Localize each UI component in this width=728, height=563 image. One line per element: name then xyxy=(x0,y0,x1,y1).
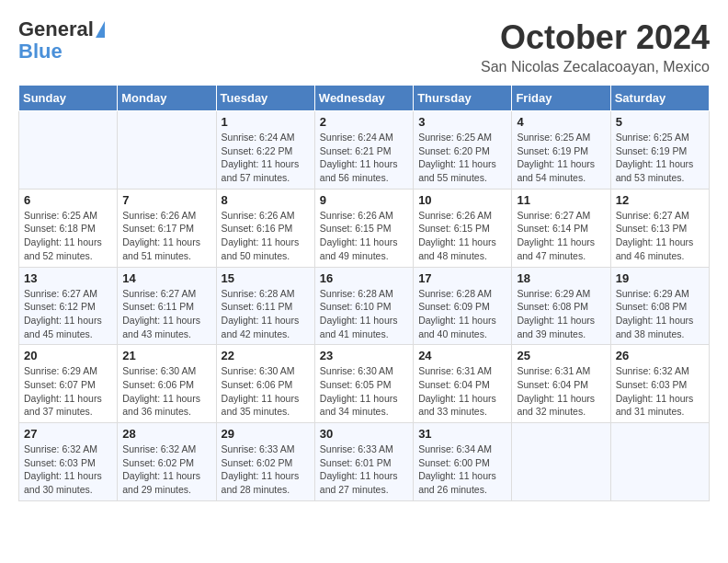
calendar-cell: 27Sunrise: 6:32 AM Sunset: 6:03 PM Dayli… xyxy=(19,423,118,501)
calendar-cell: 16Sunrise: 6:28 AM Sunset: 6:10 PM Dayli… xyxy=(314,267,413,345)
header-tuesday: Tuesday xyxy=(216,86,314,111)
day-info: Sunrise: 6:31 AM Sunset: 6:04 PM Dayligh… xyxy=(418,364,506,419)
day-number: 26 xyxy=(616,349,704,362)
calendar-cell: 6Sunrise: 6:25 AM Sunset: 6:18 PM Daylig… xyxy=(19,189,118,267)
day-number: 5 xyxy=(616,115,704,129)
day-info: Sunrise: 6:31 AM Sunset: 6:04 PM Dayligh… xyxy=(517,364,605,419)
day-number: 15 xyxy=(222,271,310,285)
day-number: 29 xyxy=(222,427,310,441)
day-info: Sunrise: 6:30 AM Sunset: 6:06 PM Dayligh… xyxy=(122,364,210,419)
calendar-cell: 22Sunrise: 6:30 AM Sunset: 6:06 PM Dayli… xyxy=(216,345,314,423)
day-number: 9 xyxy=(320,193,408,207)
day-info: Sunrise: 6:29 AM Sunset: 6:07 PM Dayligh… xyxy=(24,364,112,419)
day-info: Sunrise: 6:27 AM Sunset: 6:11 PM Dayligh… xyxy=(122,287,210,341)
location-title: San Nicolas Zecalacoayan, Mexico xyxy=(481,59,710,75)
day-number: 19 xyxy=(616,271,704,285)
calendar-cell: 13Sunrise: 6:27 AM Sunset: 6:12 PM Dayli… xyxy=(19,267,118,345)
day-number: 21 xyxy=(122,349,210,362)
calendar-cell: 15Sunrise: 6:28 AM Sunset: 6:11 PM Dayli… xyxy=(216,267,314,345)
day-info: Sunrise: 6:28 AM Sunset: 6:09 PM Dayligh… xyxy=(418,287,506,341)
day-number: 3 xyxy=(418,115,506,129)
calendar-cell xyxy=(19,111,118,190)
day-info: Sunrise: 6:25 AM Sunset: 6:18 PM Dayligh… xyxy=(24,209,112,263)
day-info: Sunrise: 6:26 AM Sunset: 6:15 PM Dayligh… xyxy=(418,209,506,263)
day-number: 25 xyxy=(517,349,605,362)
calendar-cell: 31Sunrise: 6:34 AM Sunset: 6:00 PM Dayli… xyxy=(414,423,512,501)
calendar-cell xyxy=(610,423,709,501)
day-info: Sunrise: 6:28 AM Sunset: 6:10 PM Dayligh… xyxy=(320,287,408,341)
calendar-cell: 7Sunrise: 6:26 AM Sunset: 6:17 PM Daylig… xyxy=(118,189,216,267)
day-info: Sunrise: 6:26 AM Sunset: 6:17 PM Dayligh… xyxy=(122,209,210,263)
calendar-cell: 10Sunrise: 6:26 AM Sunset: 6:15 PM Dayli… xyxy=(414,189,512,267)
calendar-cell: 24Sunrise: 6:31 AM Sunset: 6:04 PM Dayli… xyxy=(414,345,512,423)
calendar-cell: 30Sunrise: 6:33 AM Sunset: 6:01 PM Dayli… xyxy=(314,423,413,501)
day-info: Sunrise: 6:29 AM Sunset: 6:08 PM Dayligh… xyxy=(517,287,605,341)
day-info: Sunrise: 6:27 AM Sunset: 6:12 PM Dayligh… xyxy=(24,287,112,341)
day-info: Sunrise: 6:34 AM Sunset: 6:00 PM Dayligh… xyxy=(418,442,506,497)
calendar-cell: 17Sunrise: 6:28 AM Sunset: 6:09 PM Dayli… xyxy=(414,267,512,345)
day-info: Sunrise: 6:27 AM Sunset: 6:13 PM Dayligh… xyxy=(616,209,704,263)
day-number: 22 xyxy=(222,349,310,362)
calendar-cell: 21Sunrise: 6:30 AM Sunset: 6:06 PM Dayli… xyxy=(118,345,216,423)
day-info: Sunrise: 6:33 AM Sunset: 6:01 PM Dayligh… xyxy=(320,442,408,497)
calendar-cell: 14Sunrise: 6:27 AM Sunset: 6:11 PM Dayli… xyxy=(118,267,216,345)
day-info: Sunrise: 6:32 AM Sunset: 6:03 PM Dayligh… xyxy=(616,364,704,419)
header-thursday: Thursday xyxy=(414,86,512,111)
day-number: 23 xyxy=(320,349,408,362)
day-number: 12 xyxy=(616,193,704,207)
calendar-cell: 11Sunrise: 6:27 AM Sunset: 6:14 PM Dayli… xyxy=(512,189,610,267)
day-number: 18 xyxy=(517,271,605,285)
day-number: 2 xyxy=(320,115,408,129)
day-number: 27 xyxy=(24,427,112,441)
day-number: 17 xyxy=(418,271,506,285)
day-info: Sunrise: 6:29 AM Sunset: 6:08 PM Dayligh… xyxy=(616,287,704,341)
day-info: Sunrise: 6:27 AM Sunset: 6:14 PM Dayligh… xyxy=(517,209,605,263)
page-header: General Blue October 2024 San Nicolas Ze… xyxy=(18,18,710,75)
day-number: 4 xyxy=(517,115,605,129)
day-number: 24 xyxy=(418,349,506,362)
logo-triangle-icon xyxy=(96,21,105,38)
calendar-header-row: SundayMondayTuesdayWednesdayThursdayFrid… xyxy=(19,86,710,111)
day-number: 14 xyxy=(122,271,210,285)
day-info: Sunrise: 6:30 AM Sunset: 6:06 PM Dayligh… xyxy=(222,364,310,419)
calendar-cell: 29Sunrise: 6:33 AM Sunset: 6:02 PM Dayli… xyxy=(216,423,314,501)
calendar-week-1: 1Sunrise: 6:24 AM Sunset: 6:22 PM Daylig… xyxy=(19,111,710,190)
calendar-cell: 9Sunrise: 6:26 AM Sunset: 6:15 PM Daylig… xyxy=(314,189,413,267)
month-title: October 2024 xyxy=(481,18,710,57)
calendar-week-3: 13Sunrise: 6:27 AM Sunset: 6:12 PM Dayli… xyxy=(19,267,710,345)
header-wednesday: Wednesday xyxy=(314,86,413,111)
logo: General Blue xyxy=(18,18,105,63)
day-info: Sunrise: 6:24 AM Sunset: 6:21 PM Dayligh… xyxy=(320,131,408,185)
day-number: 31 xyxy=(418,427,506,441)
calendar-cell: 20Sunrise: 6:29 AM Sunset: 6:07 PM Dayli… xyxy=(19,345,118,423)
header-monday: Monday xyxy=(118,86,216,111)
calendar-cell: 5Sunrise: 6:25 AM Sunset: 6:19 PM Daylig… xyxy=(610,111,709,190)
calendar-cell: 12Sunrise: 6:27 AM Sunset: 6:13 PM Dayli… xyxy=(610,189,709,267)
calendar-cell: 4Sunrise: 6:25 AM Sunset: 6:19 PM Daylig… xyxy=(512,111,610,190)
day-info: Sunrise: 6:28 AM Sunset: 6:11 PM Dayligh… xyxy=(222,287,310,341)
day-number: 13 xyxy=(24,271,112,285)
calendar-cell: 28Sunrise: 6:32 AM Sunset: 6:02 PM Dayli… xyxy=(118,423,216,501)
day-info: Sunrise: 6:33 AM Sunset: 6:02 PM Dayligh… xyxy=(222,442,310,497)
day-info: Sunrise: 6:26 AM Sunset: 6:15 PM Dayligh… xyxy=(320,209,408,263)
day-info: Sunrise: 6:26 AM Sunset: 6:16 PM Dayligh… xyxy=(222,209,310,263)
day-number: 10 xyxy=(418,193,506,207)
day-info: Sunrise: 6:32 AM Sunset: 6:03 PM Dayligh… xyxy=(24,442,112,497)
calendar-cell: 23Sunrise: 6:30 AM Sunset: 6:05 PM Dayli… xyxy=(314,345,413,423)
logo-text-general: General xyxy=(18,18,94,40)
day-number: 8 xyxy=(222,193,310,207)
day-number: 1 xyxy=(222,115,310,129)
header-friday: Friday xyxy=(512,86,610,111)
calendar-cell: 18Sunrise: 6:29 AM Sunset: 6:08 PM Dayli… xyxy=(512,267,610,345)
calendar-cell: 25Sunrise: 6:31 AM Sunset: 6:04 PM Dayli… xyxy=(512,345,610,423)
day-number: 7 xyxy=(122,193,210,207)
day-number: 20 xyxy=(24,349,112,362)
calendar-cell: 1Sunrise: 6:24 AM Sunset: 6:22 PM Daylig… xyxy=(216,111,314,190)
header-saturday: Saturday xyxy=(610,86,709,111)
calendar-week-4: 20Sunrise: 6:29 AM Sunset: 6:07 PM Dayli… xyxy=(19,345,710,423)
day-info: Sunrise: 6:30 AM Sunset: 6:05 PM Dayligh… xyxy=(320,364,408,419)
header-sunday: Sunday xyxy=(19,86,118,111)
calendar-cell: 3Sunrise: 6:25 AM Sunset: 6:20 PM Daylig… xyxy=(414,111,512,190)
calendar-cell: 2Sunrise: 6:24 AM Sunset: 6:21 PM Daylig… xyxy=(314,111,413,190)
calendar-cell: 19Sunrise: 6:29 AM Sunset: 6:08 PM Dayli… xyxy=(610,267,709,345)
